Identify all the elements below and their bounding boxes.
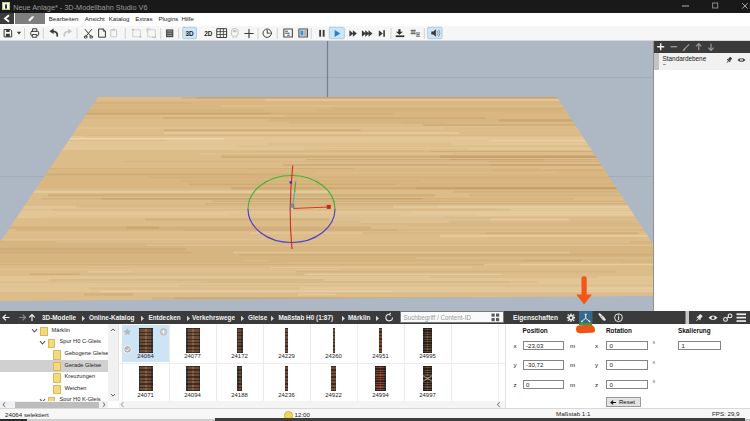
- svg-text:3D: 3D: [186, 30, 195, 37]
- svg-text:2D: 2D: [204, 30, 213, 37]
- svg-text:Eigenschaften: Eigenschaften: [513, 314, 558, 322]
